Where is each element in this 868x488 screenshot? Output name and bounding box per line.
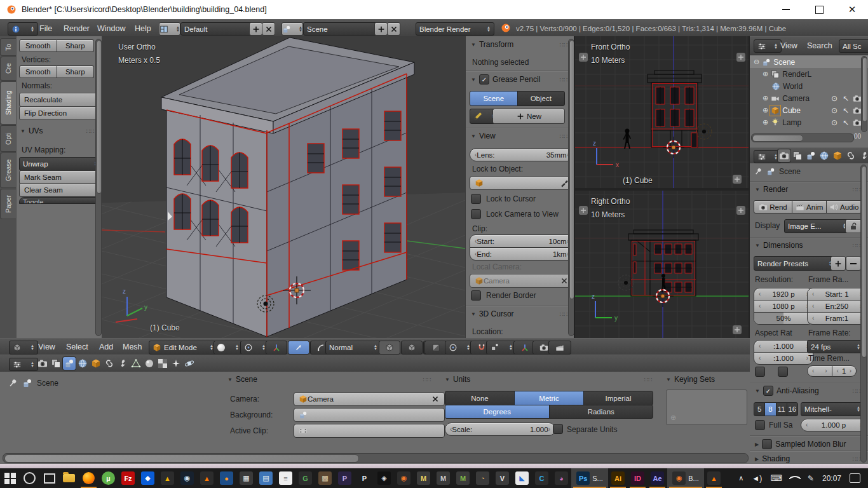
screen-layout-field[interactable]: Default	[180, 22, 255, 36]
taskbar-p-app[interactable]: P	[355, 468, 374, 488]
tab-object[interactable]	[90, 357, 102, 370]
outliner-view-menu[interactable]: View	[780, 41, 797, 50]
render-panel-header[interactable]: ▼Render∷∷	[755, 185, 860, 194]
aa-samples-11[interactable]: 11	[776, 403, 787, 416]
menu-file[interactable]: File	[39, 24, 52, 33]
render-button[interactable]: Rend	[754, 200, 792, 214]
renderability-camera-icon[interactable]	[853, 118, 862, 127]
transform-panel-header[interactable]: ▼Transform∷∷	[471, 40, 567, 49]
border-checkbox[interactable]	[755, 367, 765, 377]
recalculate-button[interactable]: Recalculate	[19, 93, 100, 107]
taskbar-steam[interactable]: ◉	[177, 468, 197, 488]
taskbar-notepad[interactable]: ▤	[256, 468, 276, 488]
tab-particles[interactable]	[170, 357, 182, 370]
active-clip-field[interactable]	[294, 424, 445, 438]
outliner-row-renderlayers[interactable]: ⊕ RenderL	[750, 68, 868, 80]
tab-texture[interactable]	[156, 357, 169, 370]
taskbar-sculpt-app[interactable]: ◕	[552, 468, 571, 488]
display-dropdown[interactable]: Image E...▲▼	[784, 219, 850, 233]
outliner-vscrollbar[interactable]	[861, 56, 867, 132]
aspect-x-field[interactable]: ‹:1.000›	[754, 340, 813, 353]
resolution-percent-slider[interactable]: 50%	[754, 312, 813, 325]
render-presets-dropdown[interactable]: Render Presets▲▼	[754, 256, 836, 271]
delete-layout-button[interactable]	[262, 22, 275, 36]
clip-end-field[interactable]: ‹End:1km›	[470, 247, 574, 261]
sharp-button[interactable]: Sharp	[57, 39, 95, 52]
selectability-cursor-icon[interactable]: ↖	[843, 118, 849, 127]
lock-interface-button[interactable]	[845, 219, 862, 233]
add-preset-button[interactable]	[831, 256, 846, 271]
volume-icon[interactable]: ◄)	[752, 474, 762, 483]
collapse-minus-icon[interactable]: ⊖	[754, 58, 759, 66]
full-sample-checkbox[interactable]	[755, 420, 765, 430]
taskbar-writer[interactable]: ≡	[276, 468, 295, 488]
taskbar-p-dark-app[interactable]: P	[335, 468, 355, 488]
taskbar-dropbox[interactable]: ◆	[138, 468, 158, 488]
aa-filter-dropdown[interactable]: Mitchell-▲▼	[801, 402, 864, 416]
taskbar-cortana[interactable]	[20, 468, 39, 488]
maximize-button[interactable]	[815, 5, 824, 14]
units-radians[interactable]: Radians	[550, 405, 653, 418]
taskbar-password-app[interactable]: ●	[217, 468, 236, 488]
opengl-render-anim-button[interactable]	[548, 341, 571, 355]
time-remap-old-field[interactable]: ‹›	[807, 365, 832, 377]
taskbar-start[interactable]	[0, 468, 20, 488]
occlude-geometry-button[interactable]	[424, 341, 447, 355]
cursor-panel-header[interactable]: ▼3D Cursor∷∷	[471, 309, 567, 318]
fps-dropdown[interactable]: 24 fps▲▼	[807, 340, 864, 353]
clear-seam-button[interactable]: Clear Seam	[19, 183, 100, 197]
audio-button[interactable]: Audio	[827, 200, 862, 214]
animation-button[interactable]: Anim	[792, 200, 827, 214]
gp-new-button[interactable]: New	[492, 109, 565, 124]
tab-object[interactable]	[831, 149, 844, 162]
clock[interactable]: 20:07	[822, 474, 841, 483]
antialiasing-panel-header[interactable]: ▼✓ Anti-Aliasing∷∷	[755, 386, 860, 396]
outliner-search-menu[interactable]: Search	[807, 41, 832, 50]
taskbar-blender-running[interactable]: ◉B...	[667, 468, 704, 488]
view3d-view-menu[interactable]: View	[38, 342, 55, 351]
taskbar-green-app[interactable]: G	[295, 468, 315, 488]
vertex-smooth-button[interactable]: Smooth	[19, 65, 57, 78]
frame-end-field[interactable]: ‹En:250›	[807, 300, 867, 313]
shelf-tab-options[interactable]: Opti	[0, 125, 16, 152]
unwrap-dropdown[interactable]: Unwrap▲▼	[19, 157, 102, 171]
shelf-tab-paper[interactable]: Paper	[0, 189, 16, 219]
editor-type-info-button[interactable]: ▲▼	[8, 22, 38, 36]
motion-blur-checkbox[interactable]	[762, 439, 772, 449]
menu-render[interactable]: Render	[64, 24, 90, 33]
pin-icon[interactable]	[8, 378, 18, 388]
bottom-editor-button[interactable]: ▲▼	[9, 358, 38, 371]
wifi-icon[interactable]	[789, 472, 801, 485]
vertex-select-button[interactable]	[379, 341, 400, 355]
tab-physics[interactable]	[183, 357, 196, 370]
lens-field[interactable]: ‹Lens:35mm›	[470, 148, 574, 161]
shelf-tab-shading[interactable]: Shading	[0, 81, 16, 125]
taskbar-vlc[interactable]: ▲	[197, 468, 217, 488]
vertex-sharp-button[interactable]: Sharp	[57, 65, 95, 78]
pen-icon[interactable]: ✎	[808, 474, 814, 483]
lock-camera-checkbox[interactable]	[471, 209, 481, 219]
units-none[interactable]: None	[445, 391, 515, 405]
expand-plus-icon[interactable]: ⊕	[763, 94, 768, 102]
screen-layout-icon-button[interactable]: ▲▼	[159, 22, 180, 36]
taskbar-archive-app[interactable]: ▩	[315, 468, 335, 488]
taskbar-vray[interactable]: V	[492, 468, 512, 488]
units-panel-header[interactable]: ▼Units∷∷	[445, 375, 652, 384]
units-degrees[interactable]: Degrees	[445, 405, 550, 418]
visibility-eye-icon[interactable]: ⊙	[831, 94, 837, 103]
viewport-shading-dropdown[interactable]: ▲▼	[214, 341, 243, 355]
lock-object-field[interactable]	[470, 176, 574, 190]
taskbar-illustrator[interactable]: Ai	[608, 468, 628, 488]
keyboard-icon[interactable]: ⌨	[770, 473, 782, 483]
render-engine-dropdown[interactable]: Blender Render▲▼	[416, 22, 494, 36]
orientation-dropdown[interactable]: Normal▲▼	[325, 341, 381, 355]
taskbar-vlc-running[interactable]: ▲	[704, 468, 724, 488]
taskbar-photoshop[interactable]: PsS...	[571, 468, 608, 488]
pin-icon[interactable]	[754, 167, 763, 176]
selectability-cursor-icon[interactable]: ↖	[843, 106, 849, 115]
gp-scene-tab[interactable]: Scene	[470, 92, 518, 105]
tab-render-layers[interactable]	[791, 149, 804, 162]
visibility-eye-icon[interactable]: ⊙	[831, 106, 837, 115]
taskbar-blender[interactable]: ◉	[394, 468, 414, 488]
tray-chevron-icon[interactable]: ∧	[738, 474, 743, 482]
